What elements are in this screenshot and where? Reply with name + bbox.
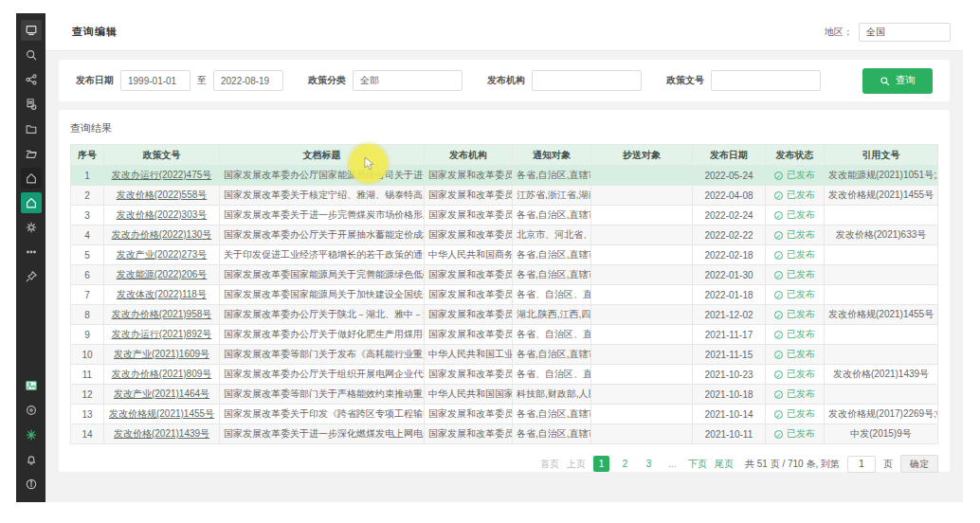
table-row[interactable]: 6发改能源(2022)206号国家发展改革委国家能源局关于完善能源绿色低碳转型体… — [71, 265, 938, 285]
policy-number-link[interactable]: 发改产业(2021)1609号 — [114, 349, 209, 359]
pagination-last[interactable]: 尾页 — [715, 458, 734, 471]
agency-input[interactable] — [532, 70, 642, 91]
pagination-first[interactable]: 首页 — [540, 458, 559, 471]
cell-no: 5 — [71, 245, 104, 265]
pagination-page-1[interactable]: 1 — [593, 456, 609, 472]
folder-open-icon — [25, 147, 38, 160]
category-input[interactable] — [353, 70, 463, 91]
table-row[interactable]: 3发改价格(2022)303号国家发展改革委关于进一步完善煤炭市场价格形成机制的… — [71, 206, 938, 225]
jump-confirm-button[interactable]: 确定 — [900, 455, 938, 473]
sidebar-item-monitor-edit[interactable] — [21, 20, 42, 41]
cell-agency: 国家发展和改革委员会 — [425, 305, 513, 325]
sidebar-item-info[interactable] — [21, 474, 42, 495]
region-input[interactable] — [859, 23, 951, 42]
date-from-input[interactable] — [120, 70, 191, 91]
table-row[interactable]: 13发改价格规(2021)1455号国家发展改革委关于印发《跨省跨区专项工程输电… — [71, 405, 938, 424]
policy-number-link[interactable]: 发改办价格(2022)130号 — [112, 229, 212, 240]
cell-no: 8 — [71, 305, 104, 325]
table-row[interactable]: 14发改价格(2021)1439号国家发展改革委关于进一步深化燃煤发电上网电价市… — [71, 424, 938, 444]
status-badge: ✓已发布 — [766, 245, 825, 265]
query-button[interactable]: 查询 — [862, 68, 933, 94]
sidebar-item-share-nodes[interactable] — [21, 69, 42, 90]
cell-cite: 中发(2015)9号 — [825, 424, 938, 444]
table-row[interactable]: 8发改办价格(2021)958号国家发展改革委办公厅关于陕北－湖北、雅中－江西特… — [71, 305, 938, 325]
sidebar-item-pin[interactable] — [21, 266, 42, 287]
pagination-summary: 共 51 页 / 710 条, 到第 — [745, 458, 840, 471]
sidebar-item-spark[interactable] — [21, 424, 42, 445]
cell-notify: 各省,自治区,直辖市及计划 — [513, 345, 591, 365]
sidebar-item-more-dots[interactable] — [21, 242, 42, 262]
sidebar-item-search[interactable] — [21, 45, 42, 65]
cell-date: 2021-10-11 — [693, 424, 766, 444]
sidebar-item-image[interactable] — [21, 375, 42, 396]
cell-no: 4 — [71, 225, 104, 245]
sidebar-item-home[interactable] — [21, 168, 42, 189]
pagination-page-2[interactable]: 2 — [617, 456, 633, 472]
policy-number-link[interactable]: 发改体改(2022)118号 — [117, 289, 207, 299]
table-row[interactable]: 7发改体改(2022)118号国家发展改革委国家能源局关于加快建设全国统一电力市… — [71, 285, 938, 305]
cell-cc — [591, 405, 693, 424]
sidebar-item-home-active[interactable] — [21, 192, 42, 213]
cell-cc — [591, 186, 693, 206]
status-badge: ✓已发布 — [766, 186, 825, 206]
pagination-next[interactable]: 下页 — [688, 458, 707, 471]
pagination-prev[interactable]: 上页 — [567, 458, 586, 471]
cell-title: 国家发展改革委办公厅关于开展抽水蓄能定价成本监审工作的 — [220, 225, 425, 245]
policy-number-link[interactable]: 发改价格(2022)558号 — [117, 189, 208, 200]
table-row[interactable]: 10发改产业(2021)1609号国家发展改革委等部门关于发布《高耗能行业重点领… — [71, 345, 938, 365]
cell-cc — [591, 285, 693, 305]
results-panel: 查询结果 序号政策文号文档标题发布机构通知对象抄送对象发布日期发布状态引用文号 … — [59, 110, 950, 472]
policy-number-link[interactable]: 发改办运行(2022)475号 — [112, 170, 212, 180]
published-check-icon: ✓ — [774, 191, 783, 200]
cell-date: 2021-10-14 — [693, 405, 766, 424]
spark-icon — [25, 428, 38, 442]
cell-cc — [591, 206, 693, 225]
search-icon — [880, 76, 890, 86]
sidebar-item-folder[interactable] — [21, 118, 42, 139]
pagination-page-3[interactable]: 3 — [641, 456, 657, 472]
table-row[interactable]: 1发改办运行(2022)475号国家发展改革委办公厅国家能源局综合司关于进一步推… — [71, 166, 938, 186]
cell-cc — [591, 166, 693, 186]
table-row[interactable]: 11发改办价格(2021)809号国家发展改革委办公厅关于组织开展电网企业代理购… — [71, 365, 938, 385]
cell-no: 13 — [71, 405, 104, 424]
cell-title: 国家发展改革委等部门关于严格能效约束推动重点领域节能降 — [220, 385, 425, 405]
policy-number-link[interactable]: 发改办价格(2021)958号 — [112, 309, 212, 319]
table-row[interactable]: 4发改办价格(2022)130号国家发展改革委办公厅关于开展抽水蓄能定价成本监审… — [71, 225, 938, 245]
sidebar-item-gear[interactable] — [21, 217, 42, 238]
policy-number-link[interactable]: 发改产业(2022)273号 — [117, 249, 208, 260]
cell-date: 2022-02-24 — [693, 206, 766, 225]
cell-no: 6 — [71, 265, 104, 285]
policy-number-link[interactable]: 发改价格(2021)1439号 — [114, 428, 209, 439]
policy-number-link[interactable]: 发改能源(2022)206号 — [117, 269, 208, 280]
cell-agency: 国家发展和改革委员会;国 — [425, 166, 513, 186]
policy-number-link[interactable]: 发改价格(2022)303号 — [117, 209, 208, 220]
policy-number-link[interactable]: 发改办价格(2021)809号 — [112, 369, 212, 379]
cell-notify: 各省、自治区、直辖市人 — [513, 285, 591, 305]
policy-number-link[interactable]: 发改价格规(2021)1455号 — [109, 408, 214, 419]
published-check-icon: ✓ — [774, 211, 783, 220]
table-row[interactable]: 9发改办运行(2021)892号国家发展改革委办公厅关于做好化肥生产用煤用电用气… — [71, 325, 938, 345]
page-jump-input[interactable] — [847, 456, 876, 473]
table-row[interactable]: 2发改价格(2022)558号国家发展改革委关于核定宁绍、雅湖、锡泰特高压直流工… — [71, 186, 938, 206]
cell-cc — [591, 325, 693, 345]
sidebar-item-bell[interactable] — [21, 449, 42, 470]
policy-number-link[interactable]: 发改产业(2021)1464号 — [114, 388, 209, 399]
policy-number-input[interactable] — [711, 70, 821, 91]
date-to-input[interactable] — [213, 70, 283, 91]
table-row[interactable]: 12发改产业(2021)1464号国家发展改革委等部门关于严格能效约束推动重点领… — [71, 385, 938, 405]
agency-label: 发布机构 — [487, 74, 525, 87]
column-header: 发布状态 — [766, 145, 825, 166]
sidebar-item-folder-open[interactable] — [21, 143, 42, 164]
sidebar-item-doc-search[interactable] — [21, 94, 42, 115]
cell-cite: 发改价格规(2017)2269号;中发 — [825, 405, 938, 424]
cell-agency: 国家发展和改革委员会 — [425, 206, 513, 225]
cell-agency: 国家发展和改革委员会 — [425, 186, 513, 206]
page-title: 查询编辑 — [45, 25, 118, 39]
folder-icon — [25, 122, 38, 135]
policy-number-link[interactable]: 发改办运行(2021)892号 — [112, 329, 212, 339]
table-row[interactable]: 5发改产业(2022)273号关于印发促进工业经济平稳增长的若干政策的通知中华人… — [71, 245, 938, 265]
status-badge: ✓已发布 — [766, 424, 825, 444]
sidebar-item-target[interactable] — [21, 400, 42, 421]
cell-cite: 发改价格(2021)1439号 — [825, 365, 938, 385]
status-badge: ✓已发布 — [766, 365, 825, 385]
